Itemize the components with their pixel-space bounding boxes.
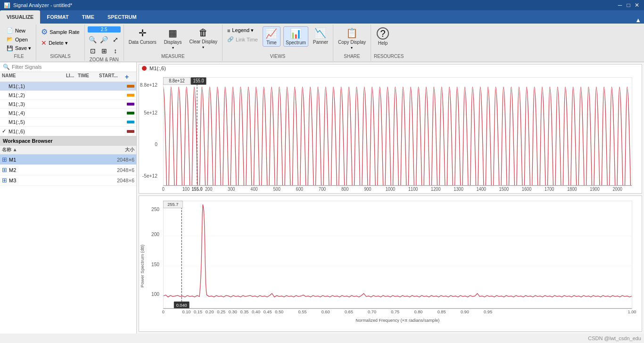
- signal-name: M1(:,3): [8, 101, 125, 107]
- bottom-plot-container: 250 200 150 100 Power Spectrum (dB): [139, 196, 642, 332]
- svg-text:150: 150: [151, 262, 159, 267]
- workspace-header: 名称 ▲ 大小: [0, 146, 136, 155]
- signal-name: M1(:,6): [8, 129, 125, 134]
- svg-text:0: 0: [162, 186, 165, 191]
- svg-text:Power Spectrum (dB): Power Spectrum (dB): [140, 245, 145, 287]
- table-icon: ⊞: [2, 166, 7, 173]
- workspace-item-size: 2048×6: [101, 178, 134, 183]
- search-icon: 🔍: [3, 64, 10, 70]
- svg-text:8.8e+12: 8.8e+12: [140, 82, 157, 88]
- zoom-out-button[interactable]: 🔎: [99, 34, 109, 45]
- top-plot-area[interactable]: 8.8e+12 5e+12 0 -5e+12: [139, 72, 642, 193]
- panner-button[interactable]: 📉 Panner: [311, 26, 330, 46]
- clear-display-button[interactable]: 🗑 Clear Display ▾: [187, 26, 219, 50]
- svg-text:155.0: 155.0: [191, 186, 202, 191]
- svg-text:8.8e+12: 8.8e+12: [169, 78, 185, 83]
- link-time-button[interactable]: 🔗 Link Time: [225, 35, 260, 43]
- svg-text:1500: 1500: [499, 186, 509, 191]
- clear-display-icon: 🗑: [198, 27, 208, 38]
- svg-text:0.80: 0.80: [414, 310, 422, 315]
- svg-text:0.25: 0.25: [217, 310, 225, 315]
- panner-icon: 📉: [314, 27, 326, 39]
- group-label-resources: RESOURCES: [374, 53, 404, 60]
- svg-text:900: 900: [364, 186, 371, 191]
- signal-checkbox[interactable]: ✓: [2, 128, 8, 134]
- signal-item[interactable]: M1(:,2): [0, 91, 136, 100]
- copy-display-button[interactable]: 📋 Copy Display ▾: [336, 26, 368, 51]
- ribbon-tabs: VISUALIZE FORMAT TIME SPECTRUM ▲: [0, 10, 644, 24]
- zoom-reset-button[interactable]: ⊞: [99, 46, 109, 56]
- signal-name: M1(:,2): [8, 92, 125, 98]
- group-label-share: SHARE: [336, 53, 368, 60]
- workspace-item[interactable]: ⊞M12048×6: [0, 155, 136, 165]
- svg-text:500: 500: [273, 186, 280, 191]
- top-plot-container: M1(:,6) 8.8e+12 5e+12 0 -5e+12: [139, 64, 642, 194]
- signal-color-bar: [127, 103, 134, 106]
- svg-text:155.0: 155.0: [193, 78, 204, 83]
- time-view-button[interactable]: 📈 Time: [263, 26, 281, 47]
- bottom-plot-area[interactable]: 250 200 150 100 Power Spectrum (dB): [139, 196, 642, 331]
- svg-text:800: 800: [341, 186, 348, 191]
- delete-button[interactable]: ✕ Delete ▾: [39, 38, 82, 48]
- workspace-item[interactable]: ⊞M32048×6: [0, 175, 136, 186]
- zoom-region-button[interactable]: ⊡: [88, 46, 98, 56]
- signal-item[interactable]: M1(:,5): [0, 118, 136, 127]
- displays-button[interactable]: ▦ Displays ▾: [162, 26, 184, 51]
- col-header-li: LI...: [66, 73, 78, 81]
- signal-item[interactable]: M1(:,3): [0, 100, 136, 109]
- svg-text:400: 400: [250, 186, 257, 191]
- link-icon: 🔗: [227, 36, 234, 42]
- svg-text:1200: 1200: [431, 186, 440, 191]
- tab-spectrum[interactable]: SPECTRUM: [101, 10, 143, 24]
- signal-item[interactable]: M1(:,1): [0, 82, 136, 91]
- add-signal-button[interactable]: +: [125, 73, 134, 81]
- zoom-fit-button[interactable]: ⤢: [110, 34, 121, 45]
- close-button[interactable]: ✕: [634, 2, 640, 8]
- tab-time[interactable]: TIME: [75, 10, 101, 24]
- table-icon: ⊞: [2, 177, 7, 184]
- tab-visualize[interactable]: VISUALIZE: [0, 10, 40, 24]
- pan-button[interactable]: ↕: [110, 46, 121, 56]
- signal-name: M1(:,5): [8, 119, 125, 125]
- tab-format[interactable]: FORMAT: [40, 10, 75, 24]
- svg-text:0.40: 0.40: [252, 310, 260, 315]
- group-label-views: VIEWS: [225, 53, 330, 60]
- zoom-in-button[interactable]: 🔍: [88, 34, 98, 45]
- group-label-measure: MEASURE: [127, 53, 219, 60]
- svg-text:200: 200: [205, 186, 212, 191]
- sample-rate-button[interactable]: ⚙ Sample Rate: [39, 26, 82, 37]
- legend-button[interactable]: ≡ Legend ▾: [225, 26, 260, 34]
- filter-signals-input[interactable]: [12, 64, 133, 70]
- col-header-name: NAME: [2, 73, 66, 81]
- help-button[interactable]: ? Help: [374, 26, 392, 47]
- displays-arrow: ▾: [172, 46, 174, 50]
- signal-item[interactable]: ✓M1(:,6): [0, 127, 136, 136]
- svg-text:0.10: 0.10: [182, 310, 190, 315]
- spectrum-view-button[interactable]: 📊 Spectrum: [283, 26, 308, 47]
- svg-text:0.30: 0.30: [229, 310, 237, 315]
- workspace-item-size: 2048×6: [101, 167, 134, 173]
- data-cursors-button[interactable]: ✛ Data Cursors: [127, 26, 158, 46]
- workspace-item[interactable]: ⊞M22048×6: [0, 165, 136, 175]
- svg-text:1900: 1900: [590, 186, 599, 191]
- new-button[interactable]: 📄 New: [5, 26, 33, 34]
- svg-text:-5e+12: -5e+12: [142, 172, 157, 179]
- workspace-item-name: M2: [9, 167, 99, 173]
- save-button[interactable]: 💾 Save ▾: [5, 44, 33, 52]
- watermark: CSDN @lwt_csdn_edu: [588, 335, 641, 341]
- svg-text:0.70: 0.70: [368, 310, 376, 315]
- signal-item[interactable]: M1(:,4): [0, 109, 136, 118]
- help-icon: ?: [377, 27, 389, 40]
- svg-text:700: 700: [319, 186, 326, 191]
- svg-text:100: 100: [182, 186, 190, 191]
- maximize-button[interactable]: □: [625, 2, 632, 8]
- top-plot-svg: 8.8e+12 5e+12 0 -5e+12: [139, 72, 642, 193]
- minimize-button[interactable]: ─: [617, 2, 623, 8]
- open-button[interactable]: 📂 Open: [5, 35, 33, 43]
- svg-text:0.85: 0.85: [438, 310, 446, 315]
- svg-text:0.35: 0.35: [240, 310, 248, 315]
- ribbon-collapse-icon[interactable]: ▲: [635, 16, 641, 24]
- workspace-item-size: 2048×6: [101, 157, 134, 163]
- group-label-signals: SIGNALS: [39, 53, 82, 60]
- svg-text:0: 0: [162, 310, 165, 315]
